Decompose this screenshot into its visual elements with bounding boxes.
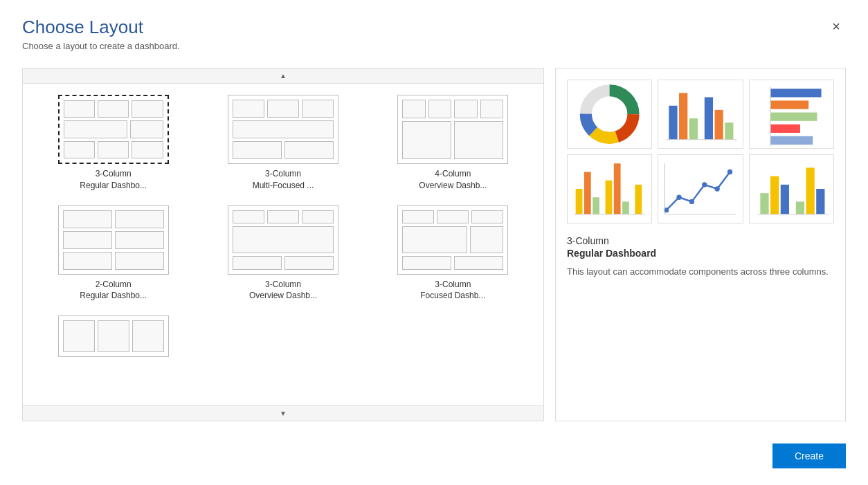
thumb-cell <box>98 320 129 352</box>
thumb-cell <box>454 121 503 159</box>
thumb-cell <box>115 231 164 249</box>
layout-item-partial[interactable] <box>34 313 192 360</box>
svg-rect-21 <box>593 197 599 214</box>
svg-rect-37 <box>780 185 788 214</box>
thumb-cell <box>132 141 163 158</box>
svg-rect-20 <box>584 172 591 214</box>
thumb-cell <box>233 141 282 159</box>
svg-point-30 <box>702 182 707 187</box>
preview-chart-line <box>658 154 743 223</box>
scroll-down-button[interactable]: ▼ <box>23 405 543 421</box>
thumb-cell <box>402 210 434 224</box>
preview-description: This layout can accommodate components a… <box>567 265 834 279</box>
layout-label-2col-regular: 2-ColumnRegular Dashbo... <box>80 279 147 302</box>
thumb-cell <box>63 210 112 228</box>
preview-chart-donut <box>567 80 652 149</box>
thumb-cell <box>402 121 451 159</box>
thumb-cell <box>428 100 452 118</box>
thumb-cell <box>132 320 164 352</box>
preview-chart-bar <box>658 80 743 149</box>
scroll-up-button[interactable]: ▲ <box>23 68 543 84</box>
line-chart-svg <box>658 155 742 223</box>
svg-rect-11 <box>725 122 734 140</box>
layout-label-3col-multifocused: 3-ColumnMulti-Focused ... <box>253 168 314 192</box>
svg-rect-22 <box>606 181 613 214</box>
svg-rect-23 <box>614 163 621 214</box>
thumb-cell <box>284 256 334 270</box>
thumb-cell <box>98 100 129 118</box>
dialog-footer: Create <box>22 435 846 468</box>
preview-type: 3-Column <box>567 235 609 246</box>
thumb-cell <box>63 320 95 352</box>
layout-item-4col-overview[interactable]: 4-ColumnOverview Dashb... <box>374 92 532 194</box>
svg-rect-17 <box>770 136 813 145</box>
layout-label-4col-overview: 4-ColumnOverview Dashb... <box>419 168 487 192</box>
svg-point-29 <box>689 199 694 204</box>
svg-point-32 <box>727 170 732 174</box>
svg-rect-9 <box>705 98 713 140</box>
thumb-cell <box>233 210 264 224</box>
donut-chart-svg <box>568 80 651 148</box>
layout-item-3col-focused[interactable]: 3-ColumnFocused Dashb... <box>374 203 532 305</box>
svg-rect-6 <box>669 106 678 140</box>
layout-label-3col-regular: 3-ColumnRegular Dashbo... <box>80 168 147 192</box>
svg-rect-19 <box>576 189 583 214</box>
dialog-title: Choose Layout <box>22 17 180 38</box>
svg-rect-15 <box>770 113 817 121</box>
layout-item-3col-regular[interactable]: 3-ColumnRegular Dashbo... <box>34 92 192 194</box>
thumb-cell <box>267 100 299 118</box>
svg-point-5 <box>598 102 622 126</box>
thumb-cell <box>115 210 164 228</box>
thumb-cell <box>454 100 478 118</box>
choose-layout-dialog: Choose Layout Choose a layout to create … <box>0 0 868 485</box>
thumb-cell <box>471 210 503 224</box>
svg-rect-36 <box>770 176 779 214</box>
close-button[interactable]: × <box>826 17 846 36</box>
preview-name: Regular Dashboard <box>567 248 656 259</box>
thumb-cell <box>63 252 112 270</box>
clustered-chart-svg <box>568 155 651 223</box>
thumb-cell <box>402 256 451 270</box>
preview-chart-mixed <box>749 154 834 223</box>
preview-chart-clustered <box>567 154 652 223</box>
svg-rect-38 <box>795 201 804 214</box>
create-button[interactable]: Create <box>772 443 846 468</box>
thumb-cell <box>284 141 334 159</box>
thumb-cell <box>233 120 334 138</box>
layout-thumbnail-4col-overview <box>397 95 508 164</box>
svg-rect-7 <box>679 93 687 139</box>
thumb-cell <box>115 252 164 270</box>
thumb-cell <box>402 100 426 118</box>
layout-thumbnail-3col-overview <box>228 205 338 275</box>
svg-rect-14 <box>770 100 808 109</box>
mixed-chart-svg <box>750 155 833 223</box>
layout-item-3col-overview[interactable]: 3-ColumnOverview Dashb... <box>204 203 362 305</box>
thumb-cell <box>454 256 503 270</box>
dialog-header: Choose Layout Choose a layout to create … <box>22 17 846 51</box>
thumb-cell <box>267 210 299 224</box>
thumb-cell <box>470 226 503 253</box>
svg-rect-10 <box>715 110 723 140</box>
layout-thumbnail-3col-regular <box>58 95 169 164</box>
thumb-cell <box>98 141 129 158</box>
layout-grid: 3-ColumnRegular Dashbo... <box>34 92 532 360</box>
bar-chart-svg <box>658 80 742 148</box>
svg-rect-25 <box>635 185 642 214</box>
thumb-cell <box>437 210 469 224</box>
thumb-cell <box>132 100 163 118</box>
layout-thumbnail-3col-multifocused <box>228 95 338 164</box>
dialog-body: ▲ <box>22 68 846 421</box>
thumb-cell <box>63 231 112 249</box>
layout-thumbnail-3col-focused <box>397 205 508 275</box>
svg-rect-8 <box>689 118 698 140</box>
layout-scroll-area[interactable]: 3-ColumnRegular Dashbo... <box>23 84 543 405</box>
layout-item-3col-multifocused[interactable]: 3-ColumnMulti-Focused ... <box>204 92 362 194</box>
thumb-cell <box>233 256 282 270</box>
thumb-cell <box>130 120 163 138</box>
svg-point-31 <box>715 186 720 191</box>
dialog-subtitle: Choose a layout to create a dashboard. <box>22 41 180 51</box>
thumb-cell <box>233 100 264 118</box>
layout-item-2col-regular[interactable]: 2-ColumnRegular Dashbo... <box>34 203 192 305</box>
svg-rect-39 <box>806 167 814 214</box>
preview-panel: 3-Column Regular Dashboard This layout c… <box>555 68 846 421</box>
